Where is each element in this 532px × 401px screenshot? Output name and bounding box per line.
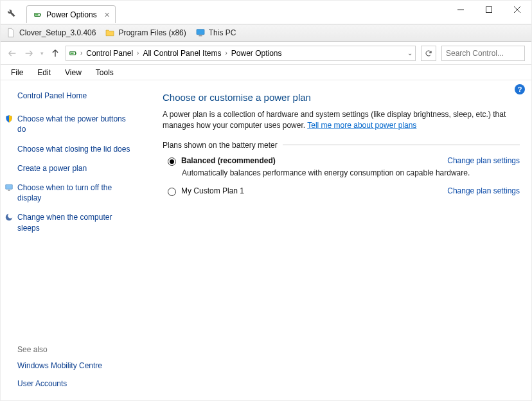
svg-rect-11 xyxy=(71,52,74,53)
address-bar[interactable]: › Control Panel › All Control Panel Item… xyxy=(66,46,416,61)
page-description: A power plan is a collection of hardware… xyxy=(163,109,520,132)
bookmark-label: This PC xyxy=(209,28,236,37)
svg-rect-7 xyxy=(197,30,204,35)
refresh-icon xyxy=(425,49,432,57)
menu-view[interactable]: View xyxy=(60,67,87,78)
chevron-right-icon[interactable]: › xyxy=(225,49,227,57)
minimize-button[interactable] xyxy=(447,1,475,19)
browser-tab[interactable]: Power Options ✕ xyxy=(26,5,116,23)
forward-button[interactable] xyxy=(24,48,34,58)
shield-icon xyxy=(4,114,13,123)
refresh-button[interactable] xyxy=(421,46,436,61)
svg-rect-1 xyxy=(40,13,41,15)
address-dropdown-icon[interactable]: ⌄ xyxy=(407,49,412,57)
bookmark-label: Program Files (x86) xyxy=(118,28,186,37)
search-box[interactable] xyxy=(441,46,525,61)
svg-rect-15 xyxy=(8,190,10,190)
plan-description: Automatically balances performance with … xyxy=(182,168,520,177)
search-input[interactable] xyxy=(446,49,532,58)
back-button[interactable] xyxy=(7,48,17,58)
breadcrumb-item: Control Panel xyxy=(85,49,134,58)
bookmark-item[interactable]: This PC xyxy=(195,28,236,38)
plan-row-balanced: Balanced (recommended) Change plan setti… xyxy=(168,156,520,166)
sidebar: Control Panel Home Choose what the power… xyxy=(1,80,141,401)
svg-rect-4 xyxy=(486,7,492,13)
see-also-mobility-centre[interactable]: Windows Mobility Centre xyxy=(17,361,130,371)
up-button[interactable] xyxy=(50,48,60,58)
svg-rect-14 xyxy=(6,184,13,189)
tab-close-icon[interactable]: ✕ xyxy=(104,10,110,19)
sidebar-link-turn-off-display[interactable]: Choose when to turn off the display xyxy=(17,183,130,203)
plan-radio-custom[interactable] xyxy=(168,188,176,196)
menu-bar: File Edit View Tools xyxy=(1,65,531,80)
menu-edit[interactable]: Edit xyxy=(32,67,56,78)
plan-radio-balanced[interactable] xyxy=(168,157,176,166)
power-options-icon xyxy=(69,49,78,58)
window-controls xyxy=(447,1,531,19)
help-button[interactable]: ? xyxy=(515,84,525,94)
sidebar-link-power-buttons[interactable]: Choose what the power buttons do xyxy=(17,114,130,134)
menu-file[interactable]: File xyxy=(6,67,28,78)
breadcrumb-item: Power Options xyxy=(230,49,283,58)
power-options-icon xyxy=(33,10,42,19)
change-plan-settings-link[interactable]: Change plan settings xyxy=(447,186,520,195)
content-area: Control Panel Home Choose what the power… xyxy=(1,80,531,401)
chevron-right-icon[interactable]: › xyxy=(80,49,82,57)
close-button[interactable] xyxy=(503,1,531,19)
bookmark-item[interactable]: Program Files (x86) xyxy=(105,28,186,38)
bookmark-label: Clover_Setup_3.0.406 xyxy=(19,28,96,37)
sidebar-link-closing-lid[interactable]: Choose what closing the lid does xyxy=(17,144,130,154)
moon-icon xyxy=(4,213,13,222)
main-panel: ? Choose or customise a power plan A pow… xyxy=(141,80,531,401)
recent-dropdown-icon[interactable]: ▾ xyxy=(40,50,44,57)
maximize-button[interactable] xyxy=(475,1,503,19)
folder-icon xyxy=(105,28,115,38)
wrench-icon xyxy=(4,6,16,18)
bookmark-bar: Clover_Setup_3.0.406 Program Files (x86)… xyxy=(1,24,531,42)
see-also-label: See also xyxy=(17,345,130,354)
plan-name[interactable]: My Custom Plan 1 xyxy=(181,186,244,195)
svg-rect-10 xyxy=(76,52,76,53)
sidebar-link-create-plan[interactable]: Create a power plan xyxy=(17,163,130,174)
breadcrumb-item: All Control Panel Items xyxy=(141,49,222,58)
learn-more-link[interactable]: Tell me more about power plans xyxy=(307,121,416,130)
change-plan-settings-link[interactable]: Change plan settings xyxy=(447,156,520,165)
plan-row-custom: My Custom Plan 1 Change plan settings xyxy=(168,186,520,196)
sidebar-link-sleep[interactable]: Change when the computer sleeps xyxy=(17,212,130,233)
plan-name[interactable]: Balanced (recommended) xyxy=(181,156,276,165)
chevron-right-icon[interactable]: › xyxy=(137,49,139,57)
this-pc-icon xyxy=(195,28,206,38)
tab-title: Power Options xyxy=(46,10,97,19)
bookmark-item[interactable]: Clover_Setup_3.0.406 xyxy=(6,28,96,38)
svg-rect-8 xyxy=(199,35,202,36)
plans-fieldset-label: Plans shown on the battery meter xyxy=(163,141,520,150)
navigation-bar: ▾ › Control Panel › All Control Panel It… xyxy=(1,42,531,65)
control-panel-home-link[interactable]: Control Panel Home xyxy=(17,91,130,101)
page-title: Choose or customise a power plan xyxy=(163,92,520,103)
titlebar: Power Options ✕ xyxy=(1,1,531,24)
monitor-icon xyxy=(4,183,13,192)
file-icon xyxy=(6,28,16,38)
see-also-user-accounts[interactable]: User Accounts xyxy=(17,379,130,389)
svg-rect-2 xyxy=(35,13,39,15)
menu-tools[interactable]: Tools xyxy=(91,67,119,78)
